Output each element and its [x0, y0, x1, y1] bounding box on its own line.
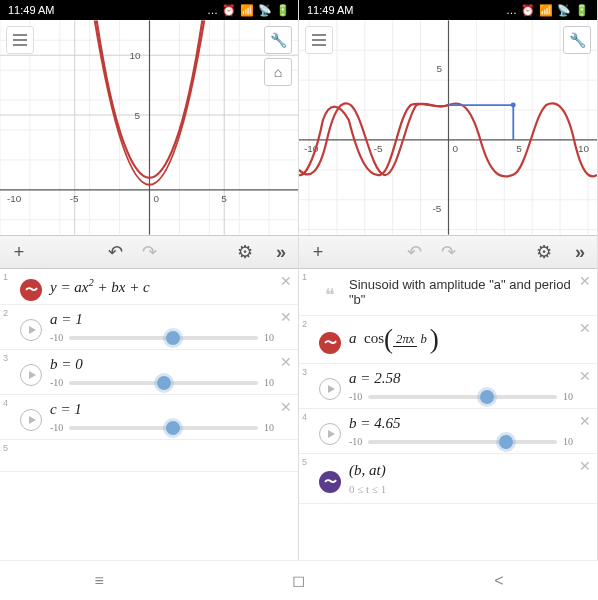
row-number: 2 — [0, 305, 16, 349]
status-dots: … — [207, 4, 218, 16]
toolbar: + ↶ ↷ ⚙ » — [0, 235, 298, 269]
slider[interactable]: -10 10 — [50, 422, 274, 433]
slider-row-b[interactable]: 3 b = 0 -10 10 ✕ — [0, 350, 298, 395]
slider-min: -10 — [349, 391, 362, 402]
nav-recent-button[interactable]: ≡ — [94, 572, 103, 590]
android-nav-bar: ≡ ◻ < — [0, 560, 598, 600]
play-button[interactable] — [20, 364, 42, 386]
delete-row-button[interactable]: ✕ — [579, 458, 591, 474]
expression-row[interactable]: 1 〜 y = ax2 + bx + c ✕ — [0, 269, 298, 305]
toolbar: + ↶ ↷ ⚙ » — [299, 235, 597, 269]
slider-max: 10 — [563, 436, 573, 447]
slider[interactable]: -10 10 — [349, 436, 573, 447]
slider-value-label: b = 0 — [50, 356, 274, 373]
expression-row[interactable]: 2 〜 a cos(2πxb) ✕ — [299, 316, 597, 364]
slider-thumb[interactable] — [480, 390, 494, 404]
svg-text:10: 10 — [130, 50, 142, 61]
expression-text[interactable]: y = ax2 + bx + c — [46, 269, 298, 304]
add-button[interactable]: + — [305, 239, 331, 265]
svg-text:5: 5 — [516, 143, 522, 154]
play-button[interactable] — [319, 378, 341, 400]
play-button[interactable] — [319, 423, 341, 445]
add-button[interactable]: + — [6, 239, 32, 265]
nav-back-button[interactable]: < — [494, 572, 503, 590]
undo-button[interactable]: ↶ — [102, 239, 128, 265]
text-content[interactable]: Sinusoid with amplitude "a" and period "… — [345, 269, 597, 315]
svg-text:-5: -5 — [374, 143, 383, 154]
text-row[interactable]: 1 ❝ Sinusoid with amplitude "a" and peri… — [299, 269, 597, 316]
expression-text[interactable]: (b, at) 0 ≤ t ≤ 1 — [345, 454, 597, 503]
status-icons: … ⏰ 📶 📡 🔋 — [506, 4, 589, 17]
expression-text[interactable]: a cos(2πxb) — [345, 316, 597, 363]
nav-home-button[interactable]: ◻ — [292, 571, 305, 590]
slider[interactable]: -10 10 — [50, 332, 274, 343]
home-button[interactable]: ⌂ — [264, 58, 292, 86]
row-number: 3 — [299, 364, 315, 408]
play-button[interactable] — [20, 319, 42, 341]
graph-area-right[interactable]: -10 -5 0 5 10 5 -5 🔧 — [299, 20, 597, 235]
wrench-button[interactable]: 🔧 — [563, 26, 591, 54]
row-number: 1 — [299, 269, 315, 315]
svg-point-55 — [511, 103, 516, 108]
redo-button[interactable]: ↷ — [435, 239, 461, 265]
hamburger-menu-button[interactable] — [305, 26, 333, 54]
slider[interactable]: -10 10 — [349, 391, 573, 402]
wrench-button[interactable]: 🔧 — [264, 26, 292, 54]
home-icon: ⌂ — [274, 64, 282, 80]
row-number: 4 — [0, 395, 16, 439]
redo-button[interactable]: ↷ — [136, 239, 162, 265]
hamburger-icon — [13, 34, 27, 46]
hamburger-menu-button[interactable] — [6, 26, 34, 54]
slider-row-a[interactable]: 3 a = 2.58 -10 10 ✕ — [299, 364, 597, 409]
status-dots: … — [506, 4, 517, 16]
slider-thumb[interactable] — [157, 376, 171, 390]
wave-badge-icon[interactable]: 〜 — [20, 279, 42, 301]
play-icon — [29, 371, 36, 379]
collapse-button[interactable]: » — [266, 239, 292, 265]
row-number: 5 — [299, 454, 315, 503]
slider-row-c[interactable]: 4 c = 1 -10 10 ✕ — [0, 395, 298, 440]
wrench-icon: 🔧 — [569, 32, 586, 48]
slider-row-a[interactable]: 2 a = 1 -10 10 ✕ — [0, 305, 298, 350]
slider-value-label: a = 2.58 — [349, 370, 573, 387]
delete-row-button[interactable]: ✕ — [280, 273, 292, 289]
play-button[interactable] — [20, 409, 42, 431]
undo-button[interactable]: ↶ — [401, 239, 427, 265]
play-icon — [29, 326, 36, 334]
delete-row-button[interactable]: ✕ — [280, 399, 292, 415]
expression-list: 1 〜 y = ax2 + bx + c ✕ 2 a = 1 -10 10 ✕ — [0, 269, 298, 560]
slider-thumb[interactable] — [166, 421, 180, 435]
svg-text:0: 0 — [153, 193, 159, 204]
slider-value-label: b = 4.65 — [349, 415, 573, 432]
slider-thumb[interactable] — [166, 331, 180, 345]
expression-row[interactable]: 5 〜 (b, at) 0 ≤ t ≤ 1 ✕ — [299, 454, 597, 504]
play-icon — [328, 385, 335, 393]
graph-area-left[interactable]: -10 -5 0 5 5 10 🔧 ⌂ — [0, 20, 298, 235]
svg-text:5: 5 — [135, 110, 141, 121]
delete-row-button[interactable]: ✕ — [579, 413, 591, 429]
slider-max: 10 — [264, 377, 274, 388]
battery-icon: 🔋 — [276, 4, 290, 17]
settings-button[interactable]: ⚙ — [232, 239, 258, 265]
empty-row[interactable]: 5 — [0, 440, 298, 472]
row-number: 5 — [0, 440, 16, 471]
alarm-icon: ⏰ — [521, 4, 535, 17]
delete-row-button[interactable]: ✕ — [579, 320, 591, 336]
wave-badge-icon[interactable]: 〜 — [319, 332, 341, 354]
slider-value-label: a = 1 — [50, 311, 274, 328]
slider-thumb[interactable] — [499, 435, 513, 449]
status-bar: 11:49 AM … ⏰ 📶 📡 🔋 — [299, 0, 597, 20]
slider-row-b[interactable]: 4 b = 4.65 -10 10 ✕ — [299, 409, 597, 454]
slider-min: -10 — [50, 422, 63, 433]
wave-badge-icon[interactable]: 〜 — [319, 471, 341, 493]
slider[interactable]: -10 10 — [50, 377, 274, 388]
delete-row-button[interactable]: ✕ — [280, 309, 292, 325]
status-time: 11:49 AM — [8, 4, 54, 16]
delete-row-button[interactable]: ✕ — [579, 273, 591, 289]
row-number: 2 — [299, 316, 315, 363]
delete-row-button[interactable]: ✕ — [280, 354, 292, 370]
collapse-button[interactable]: » — [565, 239, 591, 265]
slider-max: 10 — [563, 391, 573, 402]
settings-button[interactable]: ⚙ — [531, 239, 557, 265]
delete-row-button[interactable]: ✕ — [579, 368, 591, 384]
